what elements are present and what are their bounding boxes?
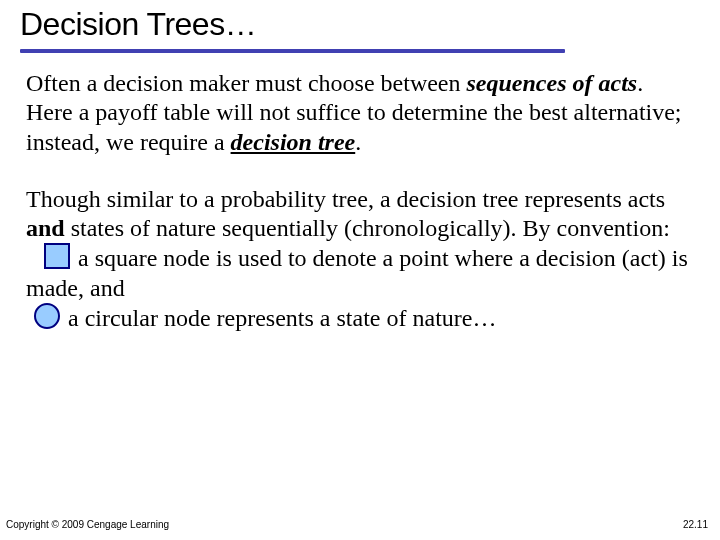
square-node-icon — [44, 243, 70, 269]
text-circle-node: a circular node represents a state of na… — [62, 305, 496, 331]
copyright-text: Copyright © 2009 Cengage Learning — [6, 519, 169, 530]
emphasis-sequences-of-acts: sequences of acts — [467, 70, 638, 96]
text: Though similar to a probability tree, a … — [26, 186, 665, 212]
page-number: 22.11 — [683, 519, 708, 530]
title-area: Decision Trees… — [0, 0, 720, 53]
emphasis-decision-tree: decision tree — [231, 129, 356, 155]
slide-title: Decision Trees… — [20, 6, 700, 47]
paragraph-1: Often a decision maker must choose betwe… — [26, 69, 694, 157]
slide-body: Often a decision maker must choose betwe… — [0, 53, 720, 333]
slide: Decision Trees… Often a decision maker m… — [0, 0, 720, 540]
text: Often a decision maker must choose betwe… — [26, 70, 467, 96]
text: . — [355, 129, 361, 155]
emphasis-and: and — [26, 215, 65, 241]
text-square-node: a square node is used to denote a point … — [26, 245, 688, 300]
circle-node-icon — [34, 303, 60, 329]
text: states of nature sequentially (chronolog… — [65, 215, 670, 241]
paragraph-2: Though similar to a probability tree, a … — [26, 185, 694, 333]
